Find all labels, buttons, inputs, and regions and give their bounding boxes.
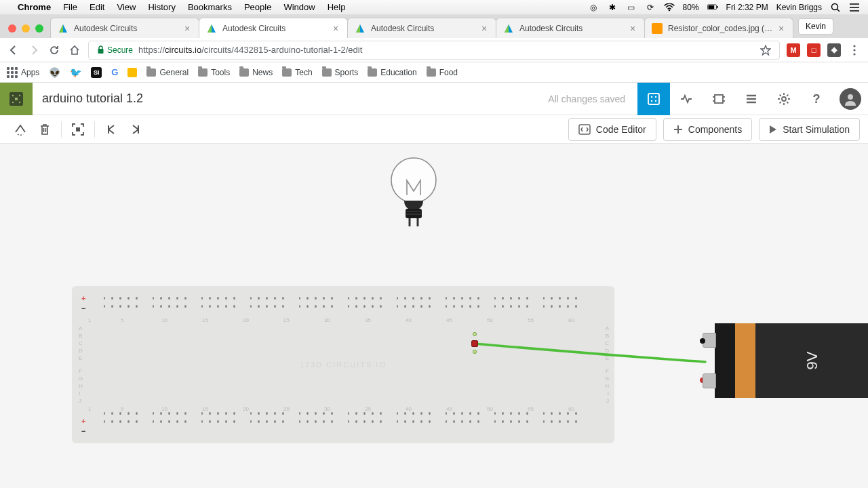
- screen-icon[interactable]: ▭: [626, 3, 637, 12]
- folder-icon: [427, 68, 436, 77]
- project-title[interactable]: arduino tutorial 1.2: [42, 92, 143, 106]
- settings-button[interactable]: [768, 83, 800, 115]
- menu-icon[interactable]: [849, 3, 860, 12]
- sync-icon[interactable]: ⟳: [645, 3, 656, 12]
- gmail-ext-icon[interactable]: M: [787, 43, 800, 57]
- svg-rect-19: [648, 94, 659, 104]
- window-zoom[interactable]: [35, 24, 43, 33]
- ext-icon-2[interactable]: □: [807, 43, 821, 57]
- app-logo[interactable]: [0, 83, 33, 115]
- rail-minus-icon: −: [81, 304, 85, 312]
- keep-icon: [127, 68, 137, 77]
- plus-icon: [673, 125, 683, 134]
- wire-handle[interactable]: [473, 350, 477, 354]
- redo-button[interactable]: [123, 117, 148, 142]
- battery-component[interactable]: 9V: [715, 323, 868, 398]
- delete-button[interactable]: [33, 117, 57, 142]
- star-icon[interactable]: [760, 45, 771, 56]
- tab-close-icon[interactable]: ×: [628, 24, 637, 33]
- profile-chip[interactable]: Kevin: [798, 18, 833, 35]
- menu-view[interactable]: View: [117, 2, 136, 12]
- view-pcb-button[interactable]: [703, 83, 735, 115]
- svg-point-22: [651, 100, 652, 101]
- bm-keep[interactable]: [127, 68, 137, 77]
- wire-endpoint[interactable]: [471, 340, 478, 347]
- menu-help[interactable]: Help: [328, 2, 346, 12]
- bm-reddit[interactable]: 👽: [49, 67, 60, 78]
- menu-people[interactable]: People: [244, 2, 271, 12]
- start-simulation-button[interactable]: Start Simulation: [759, 118, 860, 141]
- tab-2[interactable]: Autodesk Circuits ×: [347, 18, 496, 38]
- battery-neg-terminal[interactable]: [700, 338, 705, 344]
- breadboard-component[interactable]: + − + − 123D CIRCUITS.IO 115510101515202…: [72, 286, 614, 443]
- reddit-icon: 👽: [49, 67, 60, 78]
- twitter-icon: 🐦: [70, 67, 81, 78]
- rail-plus-icon: +: [81, 417, 85, 425]
- tab-title: Autodesk Circuits: [222, 24, 331, 33]
- bm-twitter[interactable]: 🐦: [70, 67, 81, 78]
- bm-folder-tech[interactable]: Tech: [282, 68, 312, 77]
- menu-window[interactable]: Window: [283, 2, 315, 12]
- menu-file[interactable]: File: [63, 2, 77, 12]
- tab-close-icon[interactable]: ×: [776, 24, 786, 33]
- forward-button[interactable]: [27, 43, 41, 57]
- wire-handle[interactable]: [473, 332, 477, 336]
- bm-si[interactable]: SI: [91, 67, 102, 78]
- view-breadboard-button[interactable]: [637, 83, 670, 115]
- bm-label: News: [252, 68, 273, 77]
- puzzle-icon[interactable]: ✱: [607, 3, 618, 12]
- wifi-icon[interactable]: [664, 3, 675, 12]
- tab-close-icon[interactable]: ×: [331, 24, 340, 33]
- url-host: circuits.io: [165, 45, 201, 55]
- tab-4[interactable]: Resistor_color_codes.jpg (14… ×: [644, 18, 793, 38]
- back-button[interactable]: [7, 43, 20, 57]
- code-editor-button[interactable]: Code Editor: [568, 118, 656, 141]
- components-button[interactable]: Components: [663, 118, 752, 141]
- bm-folder-sports[interactable]: Sports: [322, 68, 359, 77]
- lightbulb-component[interactable]: [389, 156, 438, 234]
- menubar-user[interactable]: Kevin Briggs: [776, 3, 822, 12]
- autodesk-icon: [206, 23, 217, 34]
- chrome-menu-icon[interactable]: [848, 43, 861, 57]
- save-status: All changes saved: [548, 94, 625, 104]
- window-minimize[interactable]: [22, 24, 30, 33]
- tab-0[interactable]: Autodesk Circuits ×: [50, 18, 199, 38]
- user-avatar[interactable]: [840, 88, 861, 110]
- bm-folder-general[interactable]: General: [146, 68, 189, 77]
- google-icon: G: [111, 67, 118, 77]
- bm-folder-tools[interactable]: Tools: [198, 68, 230, 77]
- omnibox[interactable]: Secure https://circuits.io/circuits/4432…: [88, 41, 780, 60]
- help-button[interactable]: ?: [800, 83, 833, 115]
- secure-indicator: Secure: [97, 45, 133, 55]
- undo-button[interactable]: [99, 117, 123, 142]
- spotlight-icon[interactable]: [830, 3, 841, 12]
- tab-close-icon[interactable]: ×: [479, 24, 489, 33]
- bm-folder-education[interactable]: Education: [368, 68, 416, 77]
- zoom-fit-button[interactable]: [66, 117, 90, 142]
- window-close[interactable]: [8, 24, 16, 33]
- ext-icon-3[interactable]: ◆: [827, 43, 841, 57]
- menu-app[interactable]: Chrome: [18, 2, 51, 12]
- battery-pos-terminal[interactable]: [700, 378, 705, 383]
- airdrop-icon[interactable]: ◎: [588, 3, 599, 12]
- home-button[interactable]: [68, 43, 81, 57]
- menu-edit[interactable]: Edit: [90, 2, 104, 12]
- menu-history[interactable]: History: [148, 2, 175, 12]
- bookmarks-apps[interactable]: Apps: [7, 67, 39, 78]
- bm-folder-news[interactable]: News: [239, 68, 273, 77]
- tab-3[interactable]: Autodesk Circuits ×: [496, 18, 645, 38]
- mac-menubar: Chrome File Edit View History Bookmarks …: [0, 0, 868, 15]
- bm-folder-food[interactable]: Food: [427, 68, 458, 77]
- circuit-canvas[interactable]: + − + − 123D CIRCUITS.IO 115510101515202…: [0, 144, 868, 488]
- reload-button[interactable]: [47, 43, 61, 57]
- view-list-button[interactable]: [735, 83, 768, 115]
- battery-icon[interactable]: [707, 3, 718, 12]
- menu-bookmarks[interactable]: Bookmarks: [188, 2, 232, 12]
- tab-close-icon[interactable]: ×: [182, 24, 192, 33]
- menubar-clock[interactable]: Fri 2:32 PM: [726, 3, 768, 12]
- view-schematic-button[interactable]: [670, 83, 703, 115]
- rotate-button[interactable]: [8, 117, 33, 142]
- tab-1[interactable]: Autodesk Circuits ×: [199, 18, 348, 38]
- bm-google[interactable]: G: [111, 67, 118, 77]
- tab-title: Autodesk Circuits: [371, 24, 479, 33]
